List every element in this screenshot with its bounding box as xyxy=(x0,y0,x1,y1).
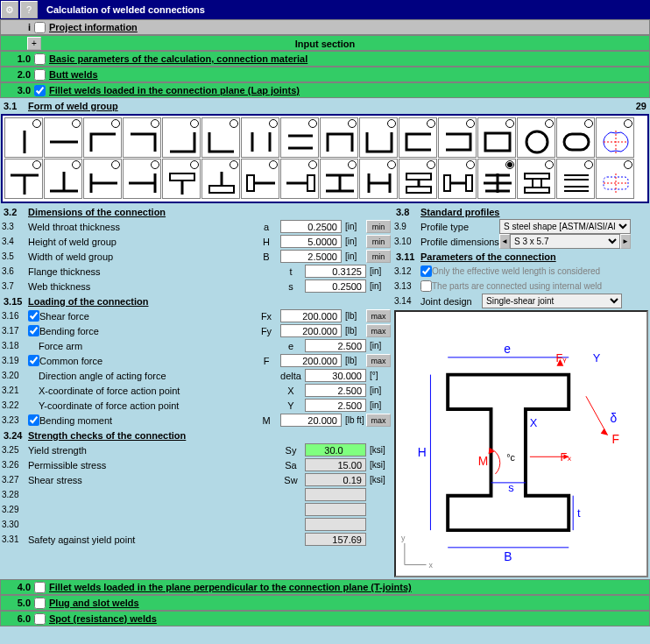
dimensions-header: 3.2 Dimensions of the connection xyxy=(0,204,392,219)
section-5-header[interactable]: 5.0Plug and slot welds xyxy=(0,595,650,611)
section-4-header[interactable]: 4.0Fillet welds loaded in the plane perp… xyxy=(0,579,650,595)
weld-option-5[interactable] xyxy=(162,117,201,158)
svg-rect-34 xyxy=(406,187,431,193)
section-6-header[interactable]: 6.0Spot (resistance) welds xyxy=(0,611,650,626)
width-row: 3.5Width of weld groupB[in]min xyxy=(0,249,392,264)
section-5-checkbox[interactable] xyxy=(34,598,46,609)
project-info-header[interactable]: i Project information xyxy=(0,19,650,35)
weld-option-26[interactable] xyxy=(359,159,398,199)
weld-option-17[interactable] xyxy=(4,159,43,199)
section-3-checkbox[interactable] xyxy=(34,85,46,96)
weld-option-9[interactable] xyxy=(320,117,358,158)
out-329 xyxy=(305,503,366,516)
weld-option-15[interactable] xyxy=(556,117,595,158)
height-input[interactable] xyxy=(280,235,342,248)
joint-design-select[interactable]: Single-shear joint xyxy=(482,294,622,308)
y-coord-input[interactable] xyxy=(305,399,366,412)
svg-text:x: x xyxy=(428,561,433,570)
dim-prev-button[interactable]: ◄ xyxy=(499,234,510,249)
weld-option-11[interactable] xyxy=(399,117,437,158)
section-2-header[interactable]: 2.0 Butt welds xyxy=(0,67,650,82)
weld-option-29[interactable] xyxy=(477,159,516,199)
weld-option-8[interactable] xyxy=(280,117,319,158)
moment-checkbox[interactable] xyxy=(28,414,39,426)
project-info-checkbox[interactable] xyxy=(34,22,46,33)
weld-option-31[interactable] xyxy=(556,159,595,199)
out-328 xyxy=(305,488,366,501)
weld-option-24[interactable] xyxy=(280,159,319,199)
max-button[interactable]: max xyxy=(366,324,391,337)
weld-option-25[interactable] xyxy=(320,159,358,199)
row-329: 3.29 xyxy=(0,502,392,517)
web-input[interactable] xyxy=(305,280,366,293)
weld-option-30[interactable] xyxy=(517,159,555,199)
weld-option-10[interactable] xyxy=(359,117,398,158)
weld-option-22[interactable] xyxy=(201,159,240,199)
weld-option-18[interactable] xyxy=(44,159,82,199)
weld-option-20[interactable] xyxy=(123,159,161,199)
joint-design-row: 3.14Joint designSingle-shear joint xyxy=(392,294,650,308)
weld-option-6[interactable] xyxy=(201,117,240,158)
weld-option-1[interactable] xyxy=(4,117,43,158)
weld-option-19[interactable] xyxy=(83,159,122,199)
max-button[interactable]: max xyxy=(366,414,391,427)
weld-option-7[interactable] xyxy=(241,117,279,158)
weld-option-21[interactable] xyxy=(162,159,201,199)
input-section-bar: + Input section xyxy=(0,35,650,51)
profile-type-row: 3.9Profile typeS steel shape [ASTM/AISI/… xyxy=(392,219,650,234)
flange-input[interactable] xyxy=(305,265,366,278)
web-row: 3.7Web thicknesss[in] xyxy=(0,279,392,294)
min-button[interactable]: min xyxy=(366,220,391,233)
weld-option-4[interactable] xyxy=(123,117,161,158)
weld-option-23[interactable] xyxy=(241,159,279,199)
weld-option-2[interactable] xyxy=(44,117,82,158)
help-icon[interactable]: ? xyxy=(20,1,38,18)
svg-text:δ: δ xyxy=(611,412,618,425)
weld-option-3[interactable] xyxy=(83,117,122,158)
weld-option-13[interactable] xyxy=(477,117,516,158)
profile-type-select[interactable]: S steel shape [ASTM/AISI/AISC] xyxy=(499,219,631,234)
weld-throat-input[interactable] xyxy=(280,220,342,233)
max-button[interactable]: max xyxy=(366,309,391,322)
min-button[interactable]: min xyxy=(366,235,391,248)
section-6-checkbox[interactable] xyxy=(34,613,46,625)
section-1-header[interactable]: 1.0 Basic parameters of the calculation,… xyxy=(0,51,650,67)
weld-option-32[interactable] xyxy=(596,159,634,199)
shear-checkbox[interactable] xyxy=(28,310,39,322)
svg-text:X: X xyxy=(530,416,538,429)
common-checkbox[interactable] xyxy=(28,355,39,366)
internal-checkbox[interactable] xyxy=(420,280,432,292)
force-arm-input[interactable] xyxy=(305,339,366,352)
app-icon[interactable]: ⚙ xyxy=(1,1,18,18)
bending-checkbox[interactable] xyxy=(28,325,39,336)
shear-input[interactable] xyxy=(280,309,342,322)
weld-option-16[interactable] xyxy=(596,117,634,158)
yield-row: 3.25Yield strengthSy[ksi] xyxy=(0,442,392,457)
section-2-checkbox[interactable] xyxy=(34,69,46,81)
section-3-header[interactable]: 3.0 Fillet welds loaded in the connectio… xyxy=(0,82,650,98)
width-input[interactable] xyxy=(280,250,342,263)
svg-rect-37 xyxy=(466,175,472,191)
angle-input[interactable] xyxy=(305,369,366,382)
min-button[interactable]: min xyxy=(366,250,391,263)
svg-rect-23 xyxy=(247,175,254,191)
x-coord-input[interactable] xyxy=(305,384,366,397)
section-1-checkbox[interactable] xyxy=(34,53,46,65)
weld-option-27[interactable] xyxy=(399,159,437,199)
form-of-weld-header: 3.1 Form of weld group 29 xyxy=(0,98,650,113)
weld-option-14[interactable] xyxy=(517,117,555,158)
bending-input[interactable] xyxy=(280,324,342,337)
svg-text:H: H xyxy=(418,446,427,459)
svg-text:e: e xyxy=(504,343,511,356)
dim-next-button[interactable]: ► xyxy=(620,234,631,249)
expand-button[interactable]: + xyxy=(27,37,41,50)
weld-option-12[interactable] xyxy=(438,117,477,158)
common-input[interactable] xyxy=(280,354,342,367)
moment-input[interactable] xyxy=(280,414,342,427)
svg-rect-21 xyxy=(209,186,234,193)
profile-dim-select[interactable]: S 3 x 5.7 xyxy=(510,234,620,249)
max-button[interactable]: max xyxy=(366,354,391,367)
section-4-checkbox[interactable] xyxy=(34,582,46,593)
effective-checkbox[interactable] xyxy=(420,265,432,277)
weld-option-28[interactable] xyxy=(438,159,477,199)
